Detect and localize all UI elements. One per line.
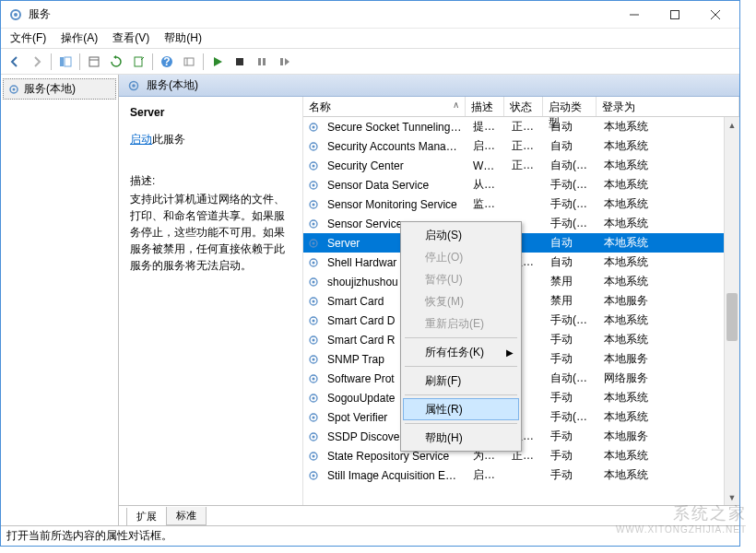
cell-stype: 手动 (545, 332, 598, 347)
gear-icon (305, 334, 322, 347)
cell-logon: 网络服务 (598, 371, 724, 386)
cell-stype: 手动(触发... (545, 312, 598, 328)
cell-stype: 手动(触发... (545, 196, 598, 212)
app-icon (8, 7, 23, 22)
cell-desc: 监视... (467, 196, 506, 212)
scroll-track[interactable] (725, 133, 739, 489)
svg-point-22 (132, 84, 136, 88)
service-row[interactable]: Security CenterWSC...正在...自动(延迟...本地系统 (303, 156, 724, 175)
cell-name: Secure Socket Tunneling Protocol... (322, 121, 467, 134)
svg-point-32 (313, 203, 315, 206)
svg-point-40 (313, 280, 315, 283)
scroll-thumb[interactable] (726, 293, 738, 341)
svg-point-28 (313, 164, 315, 167)
refresh-button[interactable] (106, 52, 126, 72)
scroll-down-button[interactable]: ▼ (725, 489, 739, 505)
cell-stype: 手动 (545, 429, 598, 444)
cell-stype: 手动(触发... (545, 177, 598, 193)
properties-button[interactable] (84, 52, 104, 72)
tree-pane: 服务(本地) (1, 75, 119, 525)
service-row[interactable]: Security Accounts Manager启动...正在...自动本地系… (303, 136, 724, 156)
gear-icon (305, 450, 322, 463)
col-desc[interactable]: 描述 (466, 97, 504, 116)
cell-logon: 本地服务 (598, 429, 724, 444)
menu-action[interactable]: 操作(A) (53, 29, 105, 48)
tab-standard[interactable]: 标准 (166, 507, 207, 525)
cell-logon: 本地系统 (598, 216, 724, 231)
service-row[interactable]: Secure Socket Tunneling Protocol...提供...… (303, 117, 724, 136)
col-status[interactable]: 状态 (504, 97, 543, 116)
svg-point-58 (313, 454, 315, 457)
toolbar-sep (152, 53, 153, 70)
show-hide-tree-button[interactable] (55, 52, 76, 72)
svg-rect-7 (65, 57, 71, 66)
cell-logon: 本地系统 (598, 467, 724, 483)
ctx-alltasks[interactable]: 所有任务(K)▶ (403, 341, 519, 363)
col-logon[interactable]: 登录为 (597, 97, 739, 116)
scroll-up-button[interactable]: ▲ (725, 117, 739, 133)
cell-stype: 手动 (545, 351, 598, 367)
cell-name: Security Center (322, 159, 467, 172)
gear-icon (305, 218, 322, 230)
detail-pane: Server 启动此服务 描述: 支持此计算机通过网络的文件、打印、和命名管道共… (119, 97, 303, 505)
back-button[interactable] (5, 52, 25, 72)
col-stype[interactable]: 启动类型 (543, 97, 597, 116)
gear-icon (305, 198, 322, 211)
cell-stype: 手动(触发... (545, 409, 598, 425)
ctx-refresh[interactable]: 刷新(F) (403, 370, 519, 392)
gear-icon (305, 179, 322, 192)
stop-service-button[interactable] (230, 52, 250, 72)
toolbar-icon[interactable] (179, 52, 199, 72)
desc-label: 描述: (130, 173, 291, 189)
forward-button[interactable] (27, 52, 47, 72)
minimize-button[interactable] (614, 2, 655, 28)
svg-rect-3 (671, 10, 679, 18)
restart-service-button[interactable] (274, 52, 294, 72)
cell-stype: 禁用 (545, 293, 598, 309)
gear-icon (305, 314, 322, 327)
gear-icon (305, 276, 322, 288)
service-row[interactable]: Sensor Monitoring Service监视...手动(触发...本地… (303, 194, 724, 214)
service-row[interactable]: Still Image Acquisition Events启动...手动本地系… (303, 465, 724, 485)
svg-point-24 (313, 125, 315, 128)
chevron-right-icon: ▶ (506, 347, 514, 358)
ctx-alltasks-label: 所有任务(K) (425, 345, 484, 360)
menu-view[interactable]: 查看(V) (105, 29, 157, 48)
svg-point-54 (313, 416, 315, 418)
right-pane: 服务(本地) Server 启动此服务 描述: 支持此计算机通过网络的文件、打印… (119, 75, 739, 525)
svg-rect-17 (263, 58, 266, 65)
col-name[interactable]: 名称 (303, 97, 466, 116)
tree-root[interactable]: 服务(本地) (3, 78, 116, 100)
gear-icon (305, 430, 322, 443)
body: 服务(本地) 服务(本地) Server 启动此服务 描述: 支持此计算机通过网… (1, 75, 739, 525)
start-service-button[interactable] (207, 52, 228, 72)
ctx-help[interactable]: 帮助(H) (403, 427, 519, 449)
cell-stype: 自动 (545, 138, 598, 154)
gear-icon (305, 295, 322, 308)
gear-icon (305, 237, 322, 250)
ctx-start[interactable]: 启动(S) (403, 224, 519, 246)
ctx-sep (405, 366, 517, 367)
titlebar: 服务 (1, 1, 739, 29)
vertical-scrollbar[interactable]: ▲ ▼ (724, 117, 739, 505)
help-button[interactable]: ? (157, 52, 177, 72)
tab-extended[interactable]: 扩展 (126, 508, 167, 525)
svg-rect-10 (135, 57, 142, 66)
ctx-properties[interactable]: 属性(R) (403, 398, 519, 420)
cell-stype: 自动(延迟... (545, 371, 598, 386)
svg-point-44 (313, 319, 315, 322)
svg-rect-6 (60, 57, 64, 66)
start-link[interactable]: 启动 (130, 133, 152, 146)
service-row[interactable]: Sensor Data Service从各...手动(触发...本地系统 (303, 175, 724, 194)
pause-service-button[interactable] (252, 52, 272, 72)
gear-icon (305, 159, 322, 172)
menu-file[interactable]: 文件(F) (3, 29, 53, 48)
export-button[interactable] (128, 52, 148, 72)
close-button[interactable] (695, 2, 736, 28)
gear-icon (126, 78, 141, 93)
list-pane: 名称 描述 状态 启动类型 登录为 Secure Socket Tunnelin… (303, 97, 739, 505)
cell-logon: 本地系统 (598, 254, 724, 270)
maximize-button[interactable] (655, 2, 695, 28)
cell-logon: 本地系统 (598, 332, 724, 347)
menu-help[interactable]: 帮助(H) (157, 29, 209, 48)
